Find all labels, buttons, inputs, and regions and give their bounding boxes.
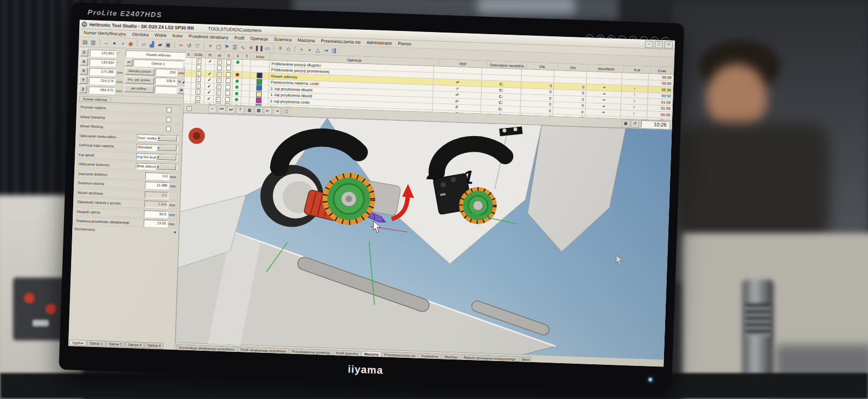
probe-icon[interactable]: ⌖ xyxy=(206,42,215,50)
graph-icon[interactable]: ∿ xyxy=(239,43,247,52)
row-checkbox[interactable]: ✓ xyxy=(195,77,200,82)
collision-icon[interactable]: ◇ xyxy=(284,44,293,53)
wheel-edit-icon[interactable]: ⍟ xyxy=(276,44,285,53)
chevron-down-icon[interactable]: ▼ xyxy=(156,164,176,170)
feed-button[interactable]: Aktualny posuw xyxy=(125,68,154,76)
close-button[interactable]: × xyxy=(665,41,673,49)
grind-value[interactable] xyxy=(155,86,176,93)
flag-icon[interactable]: ⚑ xyxy=(222,42,231,51)
sim-rotate-icon[interactable]: ◫ xyxy=(282,108,290,116)
reset-view-icon[interactable]: ↺ xyxy=(631,120,639,128)
refresh-icon[interactable]: ↺ xyxy=(185,41,194,50)
screen-icon[interactable]: ▭ xyxy=(263,44,272,53)
viewport-tab-konstrukcja-obrabianego-przedmiotu[interactable]: Konstrukcja obrabianego przedmiotu xyxy=(176,344,238,352)
tile-windows-icon[interactable]: ▤ xyxy=(81,37,90,46)
viewport-tab-przedstawienie-przekroju[interactable]: Przedstawienie przekroju xyxy=(289,348,333,355)
tab-ostrze-2[interactable]: Ostrze 2 xyxy=(106,341,125,347)
param-checkbox[interactable] xyxy=(166,126,171,131)
maximize-button[interactable]: □ xyxy=(655,41,663,48)
param-input[interactable]: 50.0 xyxy=(144,210,168,218)
open-folder-icon[interactable]: ▰ xyxy=(156,40,164,49)
menu-profil[interactable]: Profil xyxy=(234,36,245,41)
row-checkbox[interactable]: ✓ xyxy=(196,59,201,63)
sim-next-icon[interactable]: ⇥ xyxy=(273,107,281,115)
param-select[interactable]: Brak obliczenia▼ xyxy=(136,163,177,171)
document-icon[interactable]: ▢ xyxy=(214,42,223,51)
sim-view1-icon[interactable]: ▦ xyxy=(245,106,253,114)
chevron-down-icon[interactable]: ▼ xyxy=(157,136,177,141)
row-checkbox[interactable] xyxy=(225,78,230,83)
row-checkbox[interactable]: ✓ xyxy=(216,72,221,76)
row-checkbox[interactable] xyxy=(226,60,231,65)
axis-z-button[interactable]: Z xyxy=(79,86,87,94)
machine-3d-viewport[interactable]: 2 1 xyxy=(175,113,672,359)
axis-c-button[interactable]: C xyxy=(80,49,88,57)
add-icon[interactable]: + xyxy=(297,45,306,54)
tab-ogólne[interactable]: Ogólne xyxy=(69,339,86,346)
edge-prev-button[interactable]: ⏮ xyxy=(125,59,132,66)
row-checkbox[interactable]: ✓ xyxy=(216,91,221,95)
row-checkbox[interactable] xyxy=(225,85,230,89)
row-checkbox[interactable] xyxy=(196,65,201,69)
sim-first-icon[interactable]: ⏮ xyxy=(218,106,226,114)
viewport-tab-przemieszczenie-osi[interactable]: Przemieszczenie osi xyxy=(381,351,418,358)
sim-last-icon[interactable]: ⏭ xyxy=(227,106,235,114)
statistics-icon[interactable]: ▟ xyxy=(148,40,156,48)
menu-pomoc[interactable]: Pomoc xyxy=(398,41,411,47)
open-tool-icon[interactable]: ▱ xyxy=(139,40,148,48)
axis-a-button[interactable]: A xyxy=(80,58,88,66)
menu-obróbka[interactable]: Obróbka xyxy=(132,32,149,37)
sim-view2-icon[interactable]: ▩ xyxy=(254,107,263,115)
minimize-button[interactable]: – xyxy=(645,40,653,48)
row-checkbox[interactable]: ✓ xyxy=(196,71,201,76)
sim-checkbox[interactable]: ✓ xyxy=(187,106,192,111)
cascade-windows-icon[interactable]: ▥ xyxy=(89,38,98,47)
menu-operacja[interactable]: Operacja xyxy=(250,36,268,42)
axis-x-button[interactable]: X xyxy=(79,67,87,75)
sim-corner-icon[interactable]: ⌐ xyxy=(208,105,216,113)
row-checkbox[interactable] xyxy=(216,66,221,70)
row-checkbox[interactable]: ✓ xyxy=(215,96,220,101)
sim-step-icon[interactable]: ⇥ xyxy=(322,46,330,55)
param-input[interactable]: 0.0 xyxy=(145,172,169,180)
row-checkbox[interactable]: ✓ xyxy=(216,78,221,83)
cut-icon[interactable]: ✂ xyxy=(177,41,186,49)
feed-value[interactable]: 150 xyxy=(155,68,177,76)
sim-prev-icon[interactable]: ⇤ xyxy=(264,107,272,115)
filter-icon[interactable]: ▽ xyxy=(193,41,202,50)
row-checkbox[interactable]: ✓ xyxy=(217,59,222,64)
stop-icon[interactable]: ▪ xyxy=(305,46,314,54)
wheel-red-icon[interactable]: ◉ xyxy=(126,39,135,48)
row-checkbox[interactable]: ✓ xyxy=(216,84,221,89)
sim-run-icon[interactable]: ⇶ xyxy=(330,46,339,55)
viewport-tab-skrót[interactable]: Skrót xyxy=(519,356,532,362)
chevron-down-icon[interactable]: ▼ xyxy=(156,155,176,160)
grind-point-button[interactable]: pkt szlifow. xyxy=(124,85,154,93)
sim-top-icon[interactable]: ⤒ xyxy=(236,106,244,114)
menu-numer-identyfikacyjny[interactable]: Numer identyfikacyjny xyxy=(84,30,126,37)
menu-administrator[interactable]: Administrator xyxy=(366,40,392,46)
menu-ściernica[interactable]: Ściernica xyxy=(274,37,292,42)
tab-ostrze-4[interactable]: Ostrze 4 xyxy=(144,342,163,349)
menu-kolor[interactable]: Kolor xyxy=(173,34,183,39)
list-icon[interactable]: ☰ xyxy=(231,43,239,52)
menu-przedmiot-obrabiany[interactable]: Przedmiot obrabiany xyxy=(189,34,229,41)
menu-widok[interactable]: Widok xyxy=(155,33,167,38)
viewport-tab-profil-obrabianego-przedmiotu[interactable]: Profil obrabianego przedmiotu xyxy=(238,346,289,353)
menu-przemieszczenia-osi[interactable]: Przemieszczenia osi xyxy=(321,38,360,45)
tab-ostrze-1[interactable]: Ostrze 1 xyxy=(87,340,106,346)
row-checkbox[interactable] xyxy=(225,97,229,102)
measure-icon[interactable]: △ xyxy=(314,46,322,54)
row-checkbox[interactable] xyxy=(226,72,231,77)
save-icon[interactable]: ▣ xyxy=(164,40,173,49)
snapshot-icon[interactable]: ▣ xyxy=(622,120,630,128)
row-checkbox[interactable]: ✓ xyxy=(195,83,200,88)
param-checkbox[interactable] xyxy=(166,117,171,122)
param-input[interactable]: 19.50 xyxy=(144,220,168,228)
wheel-set-icon[interactable]: ● xyxy=(110,38,119,47)
row-checkbox[interactable]: ✓ xyxy=(195,96,200,101)
viewport-tab-rekord-sterowania-numerycznego[interactable]: Rekord sterowania numerycznego xyxy=(461,354,519,362)
wheel-half-icon[interactable]: ◑ xyxy=(118,39,127,48)
fit-view-icon[interactable]: ↔ xyxy=(102,38,111,47)
override-value[interactable]: 100.0 xyxy=(155,77,177,85)
